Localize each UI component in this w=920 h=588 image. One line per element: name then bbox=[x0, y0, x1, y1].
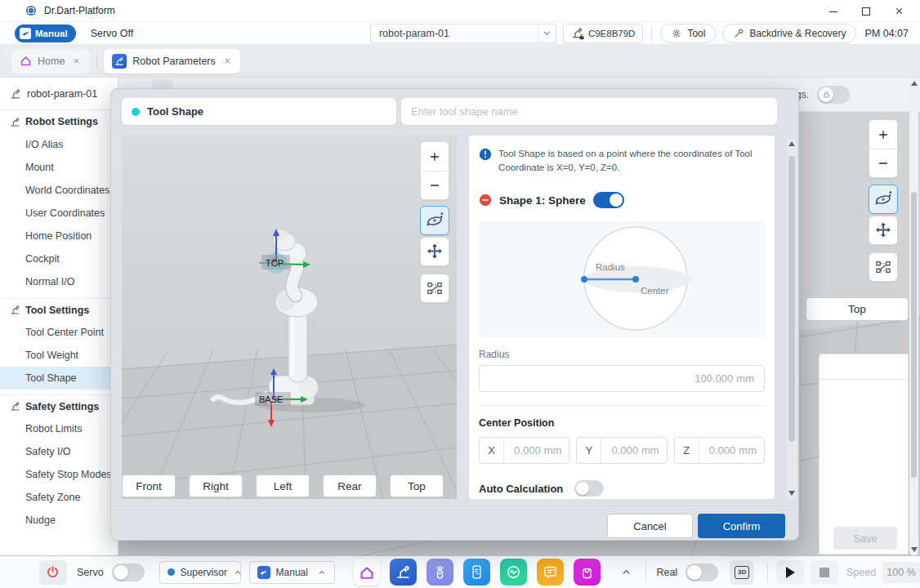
sidebar-section-robot-settings[interactable]: Robot Settings bbox=[0, 110, 118, 133]
zoom-in-button[interactable] bbox=[869, 120, 897, 149]
view-left-button[interactable]: Left bbox=[256, 474, 310, 497]
pan-button[interactable] bbox=[420, 237, 449, 266]
view-rear-button[interactable]: Rear bbox=[323, 474, 377, 497]
sidebar-section-tool-settings[interactable]: Tool Settings bbox=[0, 298, 118, 321]
lock-settings-toggle[interactable] bbox=[817, 86, 850, 104]
scroll-up-icon[interactable] bbox=[788, 141, 795, 146]
page-scrollbar[interactable] bbox=[909, 78, 918, 555]
radius-input[interactable]: 100.000 mm bbox=[479, 365, 765, 392]
sidebar-item-safety-zone[interactable]: Safety Zone bbox=[0, 486, 118, 509]
view-top-button[interactable]: Top bbox=[806, 297, 909, 321]
scrollbar-thumb[interactable] bbox=[788, 156, 795, 442]
mode-select[interactable]: Manual bbox=[249, 561, 336, 584]
preset-select[interactable]: robot-param-01 bbox=[370, 24, 556, 43]
scrollbar-thumb[interactable] bbox=[911, 192, 917, 478]
sidebar-item-io-alias[interactable]: I/O Alias bbox=[0, 133, 118, 156]
zoom-out-button[interactable] bbox=[421, 171, 449, 199]
stop-button[interactable] bbox=[811, 560, 838, 585]
simulation-3d-button[interactable]: 3D bbox=[730, 560, 754, 585]
scroll-up-icon[interactable] bbox=[911, 81, 918, 86]
center-x-input[interactable]: X 0.000mm bbox=[479, 437, 569, 464]
zoom-out-button[interactable] bbox=[869, 149, 897, 177]
dialog-3d-viewport[interactable]: TCP BASE Front Rig bbox=[122, 136, 457, 499]
role-select[interactable]: Supervisor bbox=[159, 561, 241, 584]
sidebar-section-safety-settings[interactable]: Safety Settings bbox=[0, 394, 118, 417]
tablet-icon bbox=[468, 564, 485, 581]
view-front-button[interactable]: Front bbox=[122, 474, 176, 497]
scroll-down-icon[interactable] bbox=[911, 547, 918, 552]
tab-close-icon[interactable] bbox=[72, 56, 81, 65]
monitor-app-button[interactable] bbox=[500, 559, 527, 586]
view-top-button[interactable]: Top bbox=[390, 474, 444, 497]
measure-button[interactable] bbox=[420, 274, 449, 303]
speed-value[interactable]: 100 % bbox=[882, 562, 920, 583]
tab-home[interactable]: Home bbox=[11, 49, 89, 74]
save-button[interactable]: Save bbox=[833, 527, 897, 550]
simulation-3d-icon: 3D bbox=[735, 566, 749, 579]
device-id-button[interactable]: C9E8B79D bbox=[563, 24, 644, 43]
minimize-button[interactable] bbox=[817, 0, 850, 22]
shape-enable-toggle[interactable] bbox=[593, 192, 624, 208]
view-right-button[interactable]: Right bbox=[189, 474, 243, 497]
remove-shape-icon[interactable] bbox=[479, 194, 492, 207]
tab-robot-parameters[interactable]: Robot Parameters bbox=[104, 49, 239, 74]
power-button[interactable] bbox=[39, 560, 67, 585]
home-app-button[interactable] bbox=[353, 559, 380, 586]
center-y-input[interactable]: Y 0.000mm bbox=[576, 437, 667, 464]
radius-value: 100.000 bbox=[694, 372, 733, 385]
remote-app-button[interactable] bbox=[427, 559, 453, 586]
close-button[interactable] bbox=[882, 0, 915, 22]
scroll-down-icon[interactable] bbox=[788, 491, 795, 496]
power-icon bbox=[46, 565, 60, 579]
home-icon bbox=[20, 55, 32, 67]
sidebar-item-tool-center-point[interactable]: Tool Center Point bbox=[0, 321, 118, 344]
sidebar-item-normal-io[interactable]: Normal I/O bbox=[0, 270, 118, 293]
mode-button[interactable]: Manual bbox=[15, 24, 76, 42]
pan-button[interactable] bbox=[869, 216, 898, 245]
auto-calculation-toggle[interactable] bbox=[574, 480, 604, 497]
sidebar-item-robot-limits[interactable]: Robot Limits bbox=[0, 417, 118, 440]
servo-toggle[interactable] bbox=[112, 564, 145, 581]
backdrive-recovery-button[interactable]: Backdrive & Recovery bbox=[722, 24, 856, 43]
play-button[interactable] bbox=[776, 560, 804, 585]
sidebar-item-safety-stop-modes[interactable]: Safety Stop Modes bbox=[0, 463, 118, 486]
dialog-scrollbar[interactable] bbox=[787, 138, 797, 499]
base-label: BASE bbox=[259, 394, 283, 404]
sidebar-item-user-coordinates[interactable]: User Coordinates bbox=[0, 202, 118, 225]
center-z-input[interactable]: Z 0.000mm bbox=[674, 437, 765, 464]
mode-button-label: Manual bbox=[35, 29, 68, 38]
tablet-app-button[interactable] bbox=[463, 559, 490, 586]
store-app-button[interactable] bbox=[574, 559, 601, 586]
real-toggle[interactable] bbox=[686, 564, 718, 581]
toolbar: Manual Servo Off robot-param-01 C9E8B79D… bbox=[0, 22, 920, 45]
sidebar-item-safety-io[interactable]: Safety I/O bbox=[0, 440, 118, 463]
settings-side-panel: Save bbox=[819, 354, 909, 555]
sidebar-item-tool-weight[interactable]: Tool Weight bbox=[0, 344, 118, 367]
orbit-rotate-button[interactable] bbox=[420, 206, 449, 235]
gear-icon bbox=[671, 28, 682, 39]
tool-shape-name-input[interactable] bbox=[401, 98, 777, 125]
sidebar-item-cockpit[interactable]: Cockpit bbox=[0, 247, 118, 270]
maximize-button[interactable] bbox=[850, 0, 882, 22]
sidebar-item-nudge[interactable]: Nudge bbox=[0, 509, 118, 532]
confirm-button[interactable]: Confirm bbox=[698, 514, 785, 538]
sidebar-item-world-coordinates[interactable]: World Coordinates bbox=[0, 179, 118, 202]
tab-close-icon[interactable] bbox=[223, 56, 232, 65]
dock-collapse-icon[interactable] bbox=[620, 566, 632, 578]
sidebar-item-tool-shape[interactable]: Tool Shape bbox=[0, 367, 118, 390]
zoom-in-button[interactable] bbox=[421, 142, 449, 171]
sidebar-item-mount[interactable]: Mount bbox=[0, 156, 118, 179]
cancel-button[interactable]: Cancel bbox=[607, 514, 693, 538]
tab-robot-parameters-label: Robot Parameters bbox=[132, 56, 215, 67]
orbit-rotate-button[interactable] bbox=[869, 185, 898, 214]
tool-button[interactable]: Tool bbox=[660, 24, 716, 43]
sidebar-item-home-position[interactable]: Home Position bbox=[0, 225, 118, 247]
robot-params-app-button[interactable] bbox=[390, 559, 417, 586]
pulse-icon bbox=[505, 564, 522, 581]
log-app-button[interactable] bbox=[537, 559, 564, 586]
dialog-title: Tool Shape bbox=[147, 105, 203, 118]
center-position-fields: X 0.000mm Y 0.000mm Z 0.000mm bbox=[479, 437, 765, 464]
measure-button[interactable] bbox=[869, 252, 898, 282]
radius-unit: mm bbox=[736, 372, 754, 385]
tool-shape-dialog: Tool Shape bbox=[110, 88, 799, 541]
